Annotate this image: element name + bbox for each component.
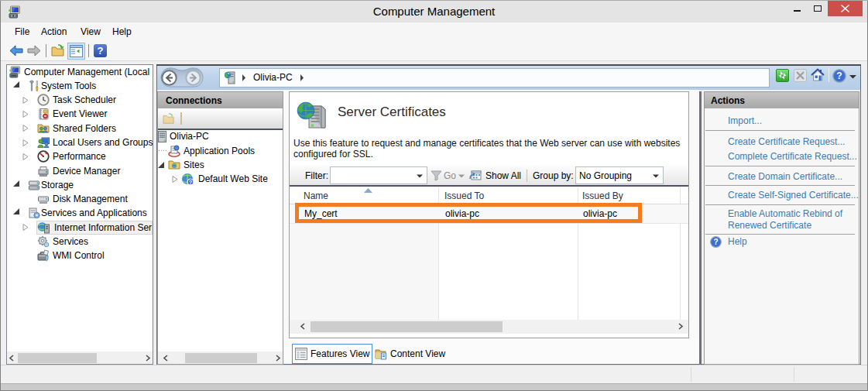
svg-text:?: ? <box>189 179 193 186</box>
svg-text:?: ? <box>713 238 718 246</box>
svg-text:?: ? <box>836 70 842 81</box>
